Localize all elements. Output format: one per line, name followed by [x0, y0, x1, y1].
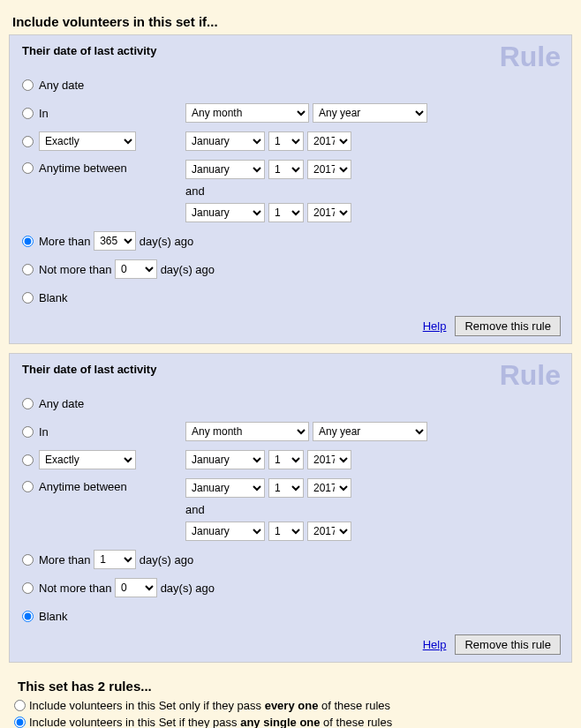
label-any-date: Any date [39, 397, 84, 410]
rule-watermark: Rule [500, 41, 561, 73]
label-not-more-than: Not more than [39, 582, 111, 595]
radio-anytime-between[interactable] [22, 481, 34, 492]
select-between-to-day[interactable]: 1 [268, 522, 304, 541]
label-and: and [185, 183, 351, 199]
label-not-more-than: Not more than [39, 263, 111, 276]
label-days-ago: day(s) ago [140, 235, 193, 248]
select-between-to-month[interactable]: January [185, 203, 265, 222]
label-days-ago: day(s) ago [140, 553, 193, 567]
help-link[interactable]: Help [423, 319, 447, 333]
select-between-to-day[interactable]: 1 [268, 203, 304, 222]
radio-any-date[interactable] [22, 79, 34, 91]
select-exactly-relation[interactable]: Exactly [39, 131, 136, 151]
select-exactly-month[interactable]: January [185, 450, 265, 469]
label-days-ago: day(s) ago [161, 582, 215, 595]
select-exactly-relation[interactable]: Exactly [39, 450, 136, 469]
rule-watermark: Rule [500, 359, 561, 392]
page-title: Include volunteers in this set if... [12, 14, 572, 29]
radio-not-more-than[interactable] [22, 582, 34, 594]
radio-in[interactable] [22, 426, 34, 438]
select-more-than-days[interactable]: 365 [94, 231, 136, 251]
label-anytime-between: Anytime between [39, 480, 127, 493]
select-more-than-days[interactable]: 1 [94, 550, 136, 569]
label-blank: Blank [39, 610, 68, 623]
radio-blank[interactable] [22, 292, 34, 304]
select-between-from-year[interactable]: 2017 [307, 478, 351, 498]
label-more-than: More than [39, 553, 91, 567]
select-between-from-day[interactable]: 1 [268, 160, 304, 179]
remove-rule-button[interactable]: Remove this rule [455, 316, 561, 336]
radio-pass-any[interactable] [14, 717, 26, 728]
select-exactly-day[interactable]: 1 [268, 131, 304, 151]
remove-rule-button[interactable]: Remove this rule [455, 634, 561, 655]
select-exactly-month[interactable]: January [185, 131, 265, 151]
radio-in[interactable] [22, 108, 34, 119]
radio-exactly[interactable] [22, 136, 34, 147]
label-pass-any: Include volunteers in this Set if they p… [29, 716, 392, 728]
rule-box-1: Rule Their date of last activity Any dat… [9, 34, 572, 344]
radio-pass-every[interactable] [14, 700, 26, 711]
select-between-from-day[interactable]: 1 [268, 478, 304, 498]
select-not-more-than-days[interactable]: 0 [115, 259, 157, 279]
rule-title: Their date of last activity [22, 363, 561, 376]
label-more-than: More than [39, 235, 91, 248]
label-and: and [185, 501, 351, 518]
radio-anytime-between[interactable] [22, 162, 34, 174]
label-pass-every: Include volunteers in this Set only if t… [29, 699, 390, 712]
select-exactly-day[interactable]: 1 [268, 450, 304, 469]
label-days-ago: day(s) ago [161, 263, 215, 276]
select-exactly-year[interactable]: 2017 [307, 450, 351, 469]
select-exactly-year[interactable]: 2017 [307, 131, 351, 151]
select-between-to-month[interactable]: January [185, 522, 265, 541]
help-link[interactable]: Help [423, 638, 447, 651]
label-in: In [39, 107, 49, 120]
select-between-to-year[interactable]: 2017 [307, 203, 351, 222]
label-anytime-between: Anytime between [39, 161, 127, 175]
summary-title: This set has 2 rules... [18, 679, 567, 694]
select-between-from-month[interactable]: January [185, 160, 265, 179]
rule-box-2: Rule Their date of last activity Any dat… [9, 353, 572, 663]
radio-not-more-than[interactable] [22, 264, 34, 275]
radio-blank[interactable] [22, 611, 34, 622]
label-in: In [39, 425, 49, 439]
select-not-more-than-days[interactable]: 0 [115, 578, 157, 597]
select-in-year[interactable]: Any year [313, 422, 427, 441]
select-between-from-month[interactable]: January [185, 478, 265, 498]
label-blank: Blank [39, 291, 68, 304]
label-any-date: Any date [39, 79, 84, 92]
select-between-from-year[interactable]: 2017 [307, 160, 351, 179]
select-between-to-year[interactable]: 2017 [307, 522, 351, 541]
radio-more-than[interactable] [22, 236, 34, 247]
radio-exactly[interactable] [22, 454, 34, 466]
summary-section: This set has 2 rules... Include voluntee… [9, 679, 572, 728]
select-in-month[interactable]: Any month [185, 422, 309, 441]
select-in-month[interactable]: Any month [185, 103, 309, 123]
radio-more-than[interactable] [22, 554, 34, 566]
radio-any-date[interactable] [22, 398, 34, 409]
select-in-year[interactable]: Any year [313, 103, 427, 123]
rule-title: Their date of last activity [22, 44, 561, 57]
